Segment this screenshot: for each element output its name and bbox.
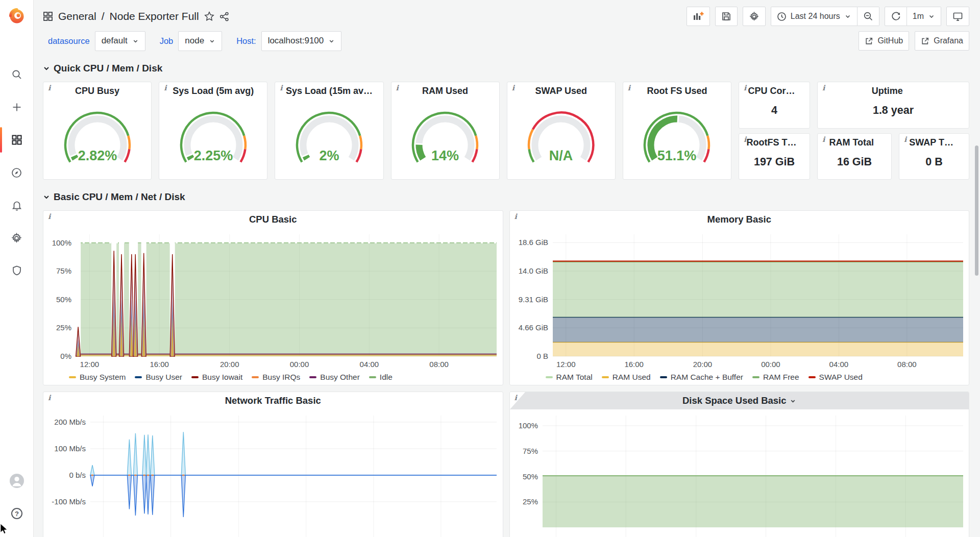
star-button[interactable]	[204, 11, 214, 21]
legend-item[interactable]: RAM Free	[752, 373, 799, 382]
legend-item[interactable]: Busy System	[69, 373, 126, 382]
legend-item[interactable]: SWAP Used	[808, 373, 863, 382]
sidebar-item-alerting[interactable]	[0, 189, 33, 222]
network-basic-plot[interactable]: 200 Mb/s100 Mb/s0 b/s-100 Mb/s	[43, 409, 503, 537]
svg-text:04:00: 04:00	[829, 360, 848, 369]
grafana-dashboard: ? General / Node Exporter Full	[0, 0, 980, 537]
panel-info-icon[interactable]: i	[822, 84, 825, 92]
gear-icon	[11, 232, 22, 244]
panel-title[interactable]: Network Traffic Basic	[225, 395, 321, 406]
share-button[interactable]	[219, 12, 229, 21]
svg-text:-100 Mb/s: -100 Mb/s	[52, 497, 86, 506]
panel-info-icon[interactable]: i	[744, 135, 746, 143]
legend-item[interactable]: Idle	[369, 373, 393, 382]
panel-title[interactable]: CPU Basic	[249, 214, 297, 225]
sidebar-item-help[interactable]: ?	[0, 497, 33, 530]
cpu-basic-plot[interactable]: 100%75%50%25%0%12:0016:0020:0000:0004:00…	[43, 228, 503, 370]
panel-title[interactable]: SWAP Used	[535, 86, 587, 96]
disk-basic-plot[interactable]: 100%75%50%25%	[510, 409, 969, 537]
panel-title[interactable]: Sys Load (15m av…	[286, 86, 373, 96]
sidebar-item-dashboards[interactable]	[0, 124, 33, 156]
panel-info-icon[interactable]: i	[48, 394, 51, 402]
svg-text:18.6 GiB: 18.6 GiB	[518, 238, 548, 247]
panel-info-icon[interactable]: i	[512, 84, 514, 92]
save-icon	[721, 11, 731, 21]
cycle-view-mode-button[interactable]	[946, 7, 969, 26]
sidebar-item-explore[interactable]	[0, 156, 33, 189]
add-panel-icon	[693, 11, 704, 22]
panel-title[interactable]: Disk Space Used Basic	[682, 395, 787, 406]
dashboard-settings-button[interactable]	[743, 7, 766, 26]
breadcrumb-section[interactable]: General	[58, 10, 96, 22]
legend-swatch	[546, 376, 553, 378]
svg-text:00:00: 00:00	[290, 360, 309, 369]
host-select[interactable]: localhost:9100	[261, 31, 342, 51]
refresh-interval-label: 1m	[913, 12, 924, 21]
svg-text:08:00: 08:00	[897, 360, 917, 369]
panel-title[interactable]: CPU Busy	[75, 86, 119, 96]
save-dashboard-button[interactable]	[715, 7, 738, 26]
monitor-icon	[952, 11, 963, 22]
row-quick-cpu-mem-disk[interactable]: Quick CPU / Mem / Disk	[43, 61, 969, 76]
legend-item[interactable]: RAM Used	[602, 373, 651, 382]
panel-sys-load-15m: i Sys Load (15m av… 2%	[275, 82, 383, 180]
legend-item[interactable]: Busy User	[135, 373, 182, 382]
panel-title[interactable]: CPU Cor…	[739, 86, 804, 96]
grafana-link[interactable]: Grafana	[915, 31, 969, 51]
panel-info-icon[interactable]: i	[48, 212, 51, 221]
sidebar-item-search[interactable]	[0, 58, 33, 91]
memory-basic-plot[interactable]: 18.6 GiB14.0 GiB9.31 GiB4.66 GiB0 B12:00…	[510, 228, 969, 370]
svg-text:100%: 100%	[52, 238, 71, 247]
svg-text:14%: 14%	[431, 148, 459, 163]
panel-title[interactable]: Sys Load (5m avg)	[173, 86, 254, 96]
legend-item[interactable]: RAM Total	[546, 373, 593, 382]
legend-label: Busy User	[145, 373, 182, 382]
job-select[interactable]: node	[178, 31, 222, 51]
legend-item[interactable]: Busy Iowait	[191, 373, 242, 382]
zoom-out-time-button[interactable]	[857, 7, 879, 26]
panel-info-icon[interactable]: i	[396, 84, 399, 92]
sidebar-item-create[interactable]	[0, 91, 33, 124]
basic-row-panels: i CPU Basic 100%75%50%25%0%12:0016:0020:…	[43, 210, 969, 385]
panel-title[interactable]: RAM Total	[818, 137, 885, 148]
variable-label: Job	[155, 36, 179, 46]
refresh-interval-picker[interactable]: 1m	[907, 7, 941, 26]
sidebar-item-configuration[interactable]	[0, 222, 33, 254]
panel-info-icon[interactable]: i	[514, 394, 517, 402]
panel-title[interactable]: Memory Basic	[707, 214, 771, 225]
panel-info-icon[interactable]: i	[628, 84, 630, 92]
panel-title[interactable]: Root FS Used	[647, 86, 707, 96]
panel-info-icon[interactable]: i	[48, 84, 51, 92]
svg-text:04:00: 04:00	[360, 360, 379, 369]
variable-label: Host:	[231, 36, 261, 46]
row-basic-cpu-mem-net-disk[interactable]: Basic CPU / Mem / Net / Disk	[43, 190, 969, 204]
legend-item[interactable]: Busy Other	[309, 373, 360, 382]
svg-text:25%: 25%	[522, 497, 537, 506]
panel-info-icon[interactable]: i	[514, 212, 517, 221]
panel-title[interactable]: RAM Used	[422, 86, 468, 96]
sidebar-item-profile[interactable]	[0, 465, 33, 497]
panel-title[interactable]: Uptime	[818, 86, 957, 96]
time-range-picker[interactable]: Last 24 hours	[771, 7, 857, 26]
refresh-button[interactable]	[885, 7, 907, 26]
panel-info-icon[interactable]: i	[822, 135, 825, 143]
disk-panel-header[interactable]: Disk Space Used Basic	[510, 392, 969, 409]
panel-title[interactable]: RootFS T…	[739, 137, 804, 148]
grafana-logo[interactable]	[0, 0, 33, 32]
sidebar-item-server-admin[interactable]	[0, 254, 33, 287]
github-link[interactable]: GitHub	[859, 31, 909, 51]
panel-info-icon[interactable]: i	[904, 135, 906, 143]
panel-info-icon[interactable]: i	[164, 84, 166, 92]
add-panel-button[interactable]	[687, 7, 710, 26]
legend-item[interactable]: Busy IRQs	[252, 373, 300, 382]
svg-text:00:00: 00:00	[761, 360, 780, 369]
panel-info-icon[interactable]: i	[280, 84, 282, 92]
gauge-root-fs-used: 51.1%	[629, 96, 725, 179]
datasource-select[interactable]: default	[95, 31, 145, 51]
legend-item[interactable]: RAM Cache + Buffer	[660, 373, 743, 382]
panel-info-icon[interactable]: i	[744, 84, 746, 92]
scrollbar-thumb[interactable]	[975, 145, 978, 276]
legend-swatch	[369, 376, 376, 378]
panel-title[interactable]: SWAP T…	[899, 137, 963, 148]
sidebar-bottom: ?	[0, 465, 33, 537]
